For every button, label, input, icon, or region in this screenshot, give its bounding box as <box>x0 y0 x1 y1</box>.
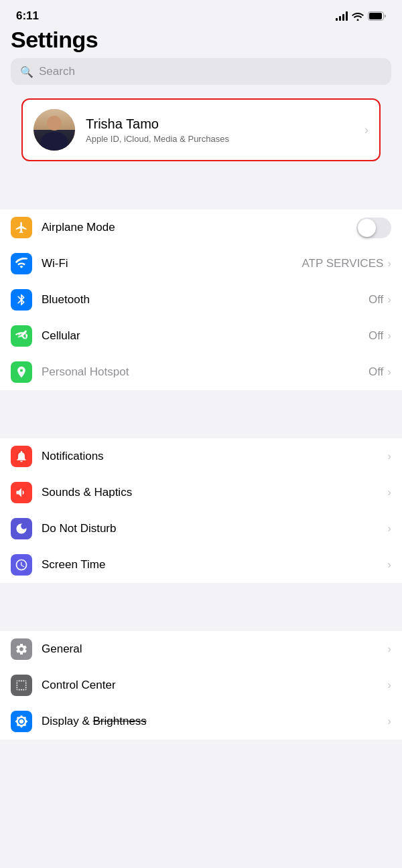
screen-time-chevron-icon: › <box>387 558 391 572</box>
system-group: General › Control Center › Display & Bri… <box>0 631 402 740</box>
cellular-value: Off <box>368 329 383 343</box>
cellular-icon <box>11 325 32 347</box>
control-center-row[interactable]: Control Center › <box>0 667 402 703</box>
wifi-status-icon <box>352 11 364 21</box>
connectivity-group: Airplane Mode Wi-Fi ATP SERVICES › <box>0 209 402 390</box>
wifi-label: Wi-Fi <box>42 257 302 270</box>
hotspot-row[interactable]: Personal Hotspot Off › <box>0 354 402 390</box>
hotspot-value: Off <box>368 365 383 379</box>
display-chevron-icon: › <box>387 715 391 728</box>
sounds-row[interactable]: Sounds & Haptics › <box>0 474 402 511</box>
status-time: 6:11 <box>16 9 39 23</box>
search-container: 🔍 Search <box>0 53 402 93</box>
wifi-chevron-icon: › <box>387 257 391 270</box>
screen-time-row[interactable]: Screen Time › <box>0 547 402 583</box>
wifi-row[interactable]: Wi-Fi ATP SERVICES › <box>0 246 402 282</box>
airplane-mode-toggle[interactable] <box>356 218 391 238</box>
sounds-icon <box>11 482 32 503</box>
search-icon: 🔍 <box>20 66 34 78</box>
search-placeholder: Search <box>39 65 75 78</box>
dnd-label: Do Not Disturb <box>42 522 387 535</box>
notifications-chevron-icon: › <box>387 450 391 463</box>
general-label: General <box>42 642 387 656</box>
airplane-mode-label: Airplane Mode <box>42 221 356 234</box>
avatar <box>34 109 75 151</box>
general-row[interactable]: General › <box>0 631 402 667</box>
bluetooth-label: Bluetooth <box>42 293 368 307</box>
general-chevron-icon: › <box>387 642 391 656</box>
airplane-mode-row[interactable]: Airplane Mode <box>0 209 402 246</box>
bluetooth-row[interactable]: Bluetooth Off › <box>0 282 402 318</box>
profile-row[interactable]: Trisha Tamo Apple ID, iCloud, Media & Pu… <box>23 100 379 160</box>
notifications-icon <box>11 446 32 467</box>
hotspot-icon <box>11 361 32 383</box>
general-icon <box>11 638 32 660</box>
page-title: Settings <box>11 27 391 53</box>
hotspot-label: Personal Hotspot <box>42 365 368 379</box>
wifi-icon <box>11 253 32 274</box>
cellular-row[interactable]: Cellular Off › <box>0 318 402 354</box>
cellular-chevron-icon: › <box>387 329 391 343</box>
notifications-row[interactable]: Notifications › <box>0 438 402 474</box>
bluetooth-value: Off <box>368 293 383 307</box>
profile-card[interactable]: Trisha Tamo Apple ID, iCloud, Media & Pu… <box>21 98 381 161</box>
profile-subtitle: Apple ID, iCloud, Media & Purchases <box>86 134 359 144</box>
avatar-image <box>34 109 75 151</box>
search-bar[interactable]: 🔍 Search <box>11 58 391 85</box>
toggle-thumb <box>358 219 376 237</box>
display-label: Display & Brightness <box>42 715 387 728</box>
cellular-label: Cellular <box>42 329 368 343</box>
battery-icon <box>368 11 386 21</box>
profile-info: Trisha Tamo Apple ID, iCloud, Media & Pu… <box>86 116 359 144</box>
profile-section-wrapper: Trisha Tamo Apple ID, iCloud, Media & Pu… <box>0 93 402 161</box>
notifications-label: Notifications <box>42 450 387 463</box>
control-center-label: Control Center <box>42 679 387 692</box>
profile-chevron-icon: › <box>364 123 368 137</box>
status-icons <box>336 11 386 21</box>
page-header: Settings <box>0 27 402 53</box>
bluetooth-icon <box>11 289 32 311</box>
status-bar: 6:11 <box>0 0 402 27</box>
wifi-value: ATP SERVICES <box>302 257 383 270</box>
control-center-chevron-icon: › <box>387 679 391 692</box>
svg-rect-1 <box>369 13 382 19</box>
sounds-label: Sounds & Haptics <box>42 486 387 499</box>
sounds-chevron-icon: › <box>387 486 391 499</box>
screen-time-icon <box>11 554 32 576</box>
airplane-mode-icon <box>11 217 32 238</box>
bluetooth-chevron-icon: › <box>387 293 391 307</box>
dnd-icon <box>11 518 32 539</box>
hotspot-chevron-icon: › <box>387 365 391 379</box>
screen-time-label: Screen Time <box>42 558 387 572</box>
control-center-icon <box>11 675 32 696</box>
dnd-chevron-icon: › <box>387 522 391 535</box>
signal-icon <box>336 11 348 21</box>
notifications-group: Notifications › Sounds & Haptics › Do No… <box>0 438 402 583</box>
dnd-row[interactable]: Do Not Disturb › <box>0 511 402 547</box>
profile-name: Trisha Tamo <box>86 116 359 132</box>
display-icon <box>11 711 32 732</box>
display-row[interactable]: Display & Brightness › <box>0 703 402 740</box>
